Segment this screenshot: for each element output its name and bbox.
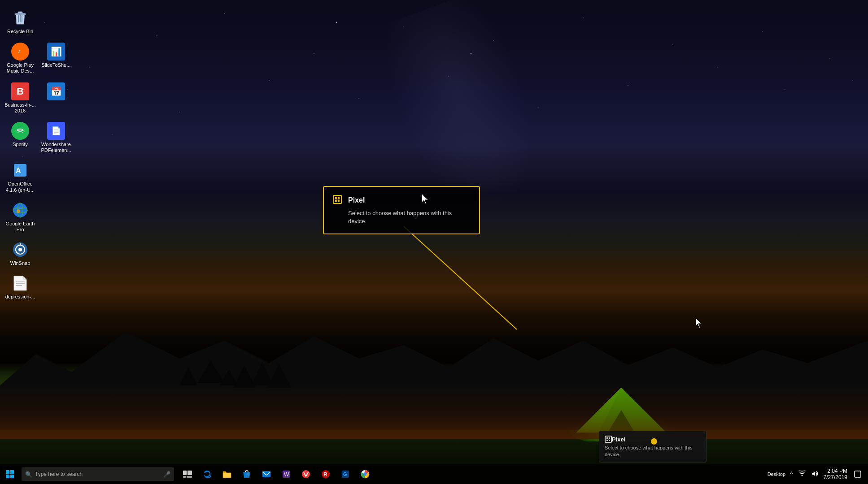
chrome-button[interactable] <box>355 464 375 484</box>
openoffice-image: A <box>11 161 29 179</box>
depression-doc-icon[interactable]: depression-... <box>2 272 38 302</box>
vivaldi-button[interactable] <box>296 464 316 484</box>
svg-text:R: R <box>323 471 327 478</box>
spotify-image <box>11 122 29 140</box>
notification-device-icon <box>333 195 344 206</box>
svg-rect-8 <box>15 13 26 15</box>
wondershare-image: 📄 <box>47 122 65 140</box>
svg-rect-33 <box>187 476 192 478</box>
business-icon[interactable]: B Business-in-...2016 <box>2 80 38 116</box>
winsnap-label: WinSnap <box>10 260 31 266</box>
small-notification-desc: Select to choose what happens with this … <box>605 445 701 458</box>
notification-small[interactable]: Pixel Select to choose what happens with… <box>599 431 707 462</box>
svg-rect-30 <box>183 471 187 475</box>
desktop-icons-area: Recycle Bin ♪ Google PlayMusic Des... 📊 … <box>0 4 76 308</box>
svg-rect-36 <box>262 471 270 477</box>
svg-rect-27 <box>10 470 14 474</box>
openoffice-icon[interactable]: A OpenOffice4.1.6 (en-U... <box>2 159 38 195</box>
small-notification-icon <box>605 436 612 443</box>
recycle-bin-image <box>11 9 29 27</box>
notification-header: Pixel <box>333 195 470 206</box>
wondershare-label: WondersharePDFelemen... <box>41 142 71 153</box>
svg-point-17 <box>17 209 20 213</box>
taskbar: 🔍 🎤 <box>0 464 868 484</box>
recycle-bin-label: Recycle Bin <box>7 29 33 35</box>
yellow-dot-indicator <box>651 438 657 445</box>
taskbar-time: 2:04 PM <box>827 468 847 474</box>
depression-doc-image <box>11 274 29 292</box>
unknown-app-1[interactable]: W <box>276 464 296 484</box>
svg-rect-31 <box>188 471 192 475</box>
start-button[interactable] <box>0 464 20 484</box>
unknown-app-2[interactable]: R <box>316 464 336 484</box>
svg-rect-26 <box>6 470 9 474</box>
calendar-icon[interactable]: 📅 <box>38 80 74 116</box>
search-icon: 🔍 <box>25 471 32 478</box>
search-input[interactable] <box>35 471 152 477</box>
microphone-icon[interactable]: 🎤 <box>163 471 170 478</box>
mail-button[interactable] <box>257 464 276 484</box>
svg-point-14 <box>13 203 27 217</box>
google-earth-label: Google EarthPro <box>6 221 35 233</box>
taskbar-tray: Desktop ^ <box>765 464 868 484</box>
svg-rect-29 <box>10 475 14 478</box>
slidetoshu-icon[interactable]: 📊 SlideToShu... <box>38 40 74 76</box>
notification-description: Select to choose what happens with this … <box>348 209 470 225</box>
svg-rect-47 <box>855 471 861 477</box>
slidetoshu-image: 📊 <box>47 43 65 60</box>
action-center-button[interactable] <box>851 464 864 484</box>
winsnap-icon-desktop[interactable]: WinSnap <box>2 238 38 268</box>
svg-rect-28 <box>6 475 9 478</box>
small-notification-title: Pixel <box>612 436 625 443</box>
unknown-app-3[interactable]: G <box>336 464 355 484</box>
tray-expand-icon[interactable]: ^ <box>788 470 795 479</box>
tray-icons-area: ^ <box>788 470 820 479</box>
svg-point-46 <box>801 475 803 476</box>
business-image: B <box>11 82 29 100</box>
taskbar-datetime[interactable]: 2:04 PM 7/27/2019 <box>820 468 851 480</box>
svg-text:♪: ♪ <box>17 48 21 55</box>
svg-rect-32 <box>183 476 186 478</box>
notification-title: Pixel <box>348 196 365 204</box>
wondershare-icon[interactable]: 📄 WondersharePDFelemen... <box>38 120 74 156</box>
notification-popup[interactable]: Pixel Select to choose what happens with… <box>323 186 480 234</box>
tray-volume-icon[interactable] <box>809 470 820 479</box>
business-label: Business-in-...2016 <box>4 102 36 114</box>
file-explorer-button[interactable] <box>217 464 237 484</box>
horizon-glow <box>0 359 868 439</box>
svg-text:🛒: 🛒 <box>246 472 250 477</box>
desktop-label: Desktop <box>765 471 788 478</box>
taskbar-search-bar[interactable]: 🔍 🎤 <box>22 467 174 481</box>
spotify-label: Spotify <box>13 142 28 147</box>
svg-rect-34 <box>223 473 231 478</box>
winsnap-image <box>11 241 29 259</box>
depression-doc-label: depression-... <box>5 294 35 300</box>
recycle-bin-icon[interactable]: Recycle Bin <box>2 7 38 37</box>
google-earth-icon[interactable]: Google EarthPro <box>2 199 38 235</box>
task-view-button[interactable] <box>178 464 197 484</box>
openoffice-label: OpenOffice4.1.6 (en-U... <box>6 181 35 193</box>
spotify-icon[interactable]: Spotify <box>2 120 38 156</box>
taskbar-apps: 🛒 W <box>178 464 375 484</box>
svg-point-11 <box>14 125 26 137</box>
google-play-label: Google PlayMusic Des... <box>7 62 34 74</box>
edge-browser-button[interactable] <box>197 464 217 484</box>
svg-point-20 <box>18 248 22 251</box>
slidetoshu-label: SlideToShu... <box>42 62 71 68</box>
milky-way-decoration <box>305 0 650 326</box>
tray-display-icon[interactable] <box>797 470 807 479</box>
taskbar-date: 7/27/2019 <box>824 474 847 480</box>
google-play-image: ♪ <box>11 43 29 60</box>
google-earth-image <box>11 201 29 219</box>
store-button[interactable]: 🛒 <box>237 464 257 484</box>
svg-text:G: G <box>343 471 347 477</box>
google-play-music-icon[interactable]: ♪ Google PlayMusic Des... <box>2 40 38 76</box>
svg-text:A: A <box>16 167 21 174</box>
calendar-image: 📅 <box>47 82 65 100</box>
desktop: Recycle Bin ♪ Google PlayMusic Des... 📊 … <box>0 0 868 484</box>
svg-text:W: W <box>284 471 289 478</box>
